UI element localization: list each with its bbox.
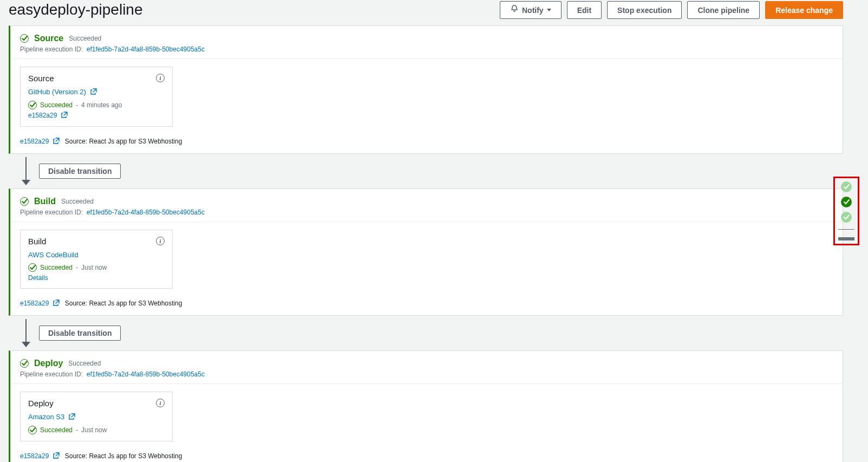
stage-status-tray — [833, 177, 859, 245]
stage-build-status: Succeeded — [61, 198, 94, 205]
transition-source-build: Disable transition — [9, 154, 843, 188]
source-prefix: Source: — [65, 300, 87, 307]
stage-deploy-header: Deploy Succeeded Pipeline execution ID: … — [10, 351, 843, 384]
action-source-card: Source i GitHub (Version 2) Succeeded - … — [20, 67, 173, 127]
action-deploy-name: Deploy — [28, 399, 54, 408]
stage-deploy-exec-id-link[interactable]: ef1fed5b-7a2d-4fa8-859b-50bec4905a5c — [87, 370, 205, 378]
edit-button[interactable]: Edit — [567, 1, 602, 19]
action-source-provider: GitHub (Version 2) — [28, 88, 86, 96]
stop-execution-button[interactable]: Stop execution — [607, 1, 682, 19]
action-build-details-link[interactable]: Details — [28, 274, 48, 282]
notify-label: Notify — [522, 5, 544, 16]
stage-build-footer: e1582a29 Source: React Js app for S3 Web… — [10, 296, 843, 315]
bell-icon — [510, 4, 519, 16]
tray-divider — [838, 229, 854, 230]
source-prefix: Source: — [65, 138, 87, 145]
stage-deploy-status: Succeeded — [68, 360, 101, 367]
action-deploy-provider: Amazon S3 — [28, 413, 64, 421]
tray-status-deploy[interactable] — [841, 212, 852, 223]
disable-transition-button-1[interactable]: Disable transition — [39, 164, 121, 179]
external-link-icon — [69, 413, 75, 421]
stage-build-commit-link[interactable]: e1582a29 — [20, 300, 61, 307]
exec-id-label: Pipeline execution ID: — [20, 370, 83, 378]
external-link-icon — [53, 138, 60, 146]
action-build-card: Build i AWS CodeBuild Succeeded - Just n… — [20, 230, 173, 289]
disable-transition-button-2[interactable]: Disable transition — [39, 326, 121, 341]
stage-source-title: Source — [34, 34, 63, 43]
success-icon — [28, 426, 37, 434]
stage-build-header: Build Succeeded Pipeline execution ID: e… — [10, 189, 843, 222]
tray-scroll-indicator — [838, 237, 854, 240]
tray-status-build[interactable] — [841, 197, 852, 207]
action-deploy-provider-link[interactable]: Amazon S3 — [28, 413, 75, 421]
clone-pipeline-button[interactable]: Clone pipeline — [687, 1, 760, 19]
success-icon — [28, 101, 37, 109]
action-source-provider-link[interactable]: GitHub (Version 2) — [28, 88, 97, 96]
success-icon — [20, 197, 29, 206]
action-build-name: Build — [28, 237, 46, 246]
stage-build-footer-commit: e1582a29 — [20, 300, 49, 307]
action-build-provider-link[interactable]: AWS CodeBuild — [28, 251, 79, 259]
stage-source-footer: e1582a29 Source: React Js app for S3 Web… — [10, 134, 843, 153]
success-icon — [28, 263, 37, 272]
stage-source-commit-link[interactable]: e1582a29 — [20, 138, 61, 145]
stage-build-exec-id-link[interactable]: ef1fed5b-7a2d-4fa8-859b-50bec4905a5c — [87, 209, 205, 216]
stage-build-title: Build — [34, 197, 56, 206]
action-source-name: Source — [28, 74, 54, 83]
notify-button[interactable]: Notify — [500, 1, 562, 19]
external-link-icon — [61, 112, 68, 120]
action-deploy-card: Deploy i Amazon S3 Succeeded - Just now — [20, 392, 173, 441]
action-build-time: Just now — [81, 264, 107, 271]
stage-source-header: Source Succeeded Pipeline execution ID: … — [10, 26, 843, 59]
transition-build-deploy: Disable transition — [9, 316, 843, 350]
stage-deploy-footer-msg: React Js app for S3 Webhosting — [89, 452, 182, 460]
page-header: easydeploy-pipeline Notify Edit Stop exe… — [9, 0, 843, 25]
external-link-icon — [53, 452, 60, 460]
stage-deploy-footer: e1582a29 Source: React Js app for S3 Web… — [10, 449, 843, 462]
stage-source-footer-commit: e1582a29 — [20, 138, 49, 145]
stage-deploy: Deploy Succeeded Pipeline execution ID: … — [9, 350, 843, 462]
exec-id-label: Pipeline execution ID: — [20, 209, 83, 216]
action-deploy-time: Just now — [81, 426, 107, 434]
info-icon[interactable]: i — [156, 74, 165, 82]
stage-source-footer-msg: React Js app for S3 Webhosting — [89, 138, 182, 145]
info-icon[interactable]: i — [156, 237, 165, 245]
release-change-button[interactable]: Release change — [765, 1, 843, 19]
action-source-time: 4 minutes ago — [81, 101, 122, 109]
stage-source-exec-id-link[interactable]: ef1fed5b-7a2d-4fa8-859b-50bec4905a5c — [87, 45, 205, 53]
stage-source: Source Succeeded Pipeline execution ID: … — [9, 25, 843, 154]
tray-status-source[interactable] — [841, 181, 852, 192]
pipeline-title: easydeploy-pipeline — [9, 1, 143, 18]
chevron-down-icon — [547, 9, 551, 11]
action-source-commit: e1582a29 — [28, 112, 57, 119]
exec-id-label: Pipeline execution ID: — [20, 45, 83, 53]
action-deploy-status: Succeeded — [40, 426, 73, 434]
stage-build: Build Succeeded Pipeline execution ID: e… — [9, 188, 843, 316]
info-icon[interactable]: i — [156, 399, 165, 407]
action-source-commit-link[interactable]: e1582a29 — [28, 112, 68, 119]
success-icon — [20, 34, 29, 43]
stage-build-footer-msg: React Js app for S3 Webhosting — [89, 300, 182, 307]
action-build-status: Succeeded — [40, 264, 73, 271]
external-link-icon — [53, 300, 60, 308]
stage-deploy-commit-link[interactable]: e1582a29 — [20, 452, 61, 460]
action-source-status: Succeeded — [40, 101, 73, 109]
stage-source-status: Succeeded — [69, 35, 101, 42]
stage-deploy-footer-commit: e1582a29 — [20, 452, 49, 460]
arrow-down-icon — [19, 157, 32, 185]
arrow-down-icon — [19, 319, 32, 347]
source-prefix: Source: — [65, 452, 87, 460]
success-icon — [20, 359, 29, 368]
header-actions: Notify Edit Stop execution Clone pipelin… — [500, 1, 843, 19]
external-link-icon — [90, 88, 97, 96]
stage-deploy-title: Deploy — [34, 359, 63, 368]
